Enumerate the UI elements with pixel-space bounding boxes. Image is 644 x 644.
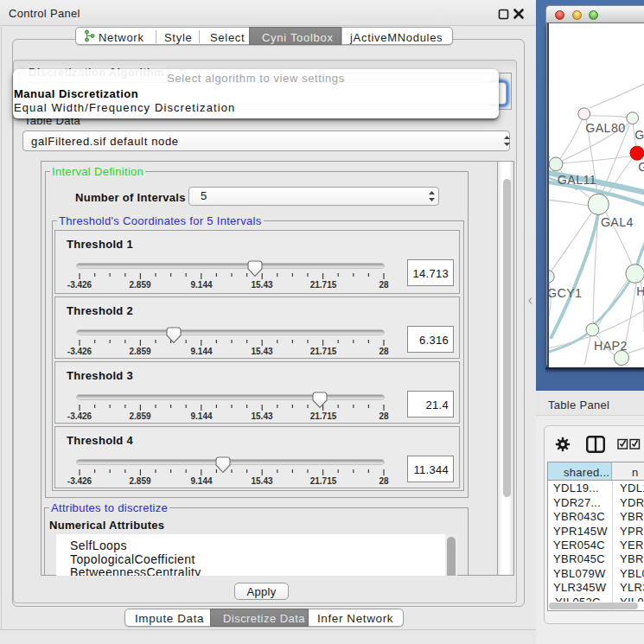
svg-text:GAL80: GAL80 xyxy=(585,121,625,135)
svg-text:G: G xyxy=(638,160,644,174)
svg-text:GCY1: GCY1 xyxy=(547,286,582,300)
svg-text:GAL11: GAL11 xyxy=(558,173,596,187)
svg-text:H: H xyxy=(636,284,644,298)
svg-text:GAL4: GAL4 xyxy=(601,215,634,229)
svg-text:G: G xyxy=(634,128,644,142)
svg-text:HAP2: HAP2 xyxy=(594,339,628,353)
